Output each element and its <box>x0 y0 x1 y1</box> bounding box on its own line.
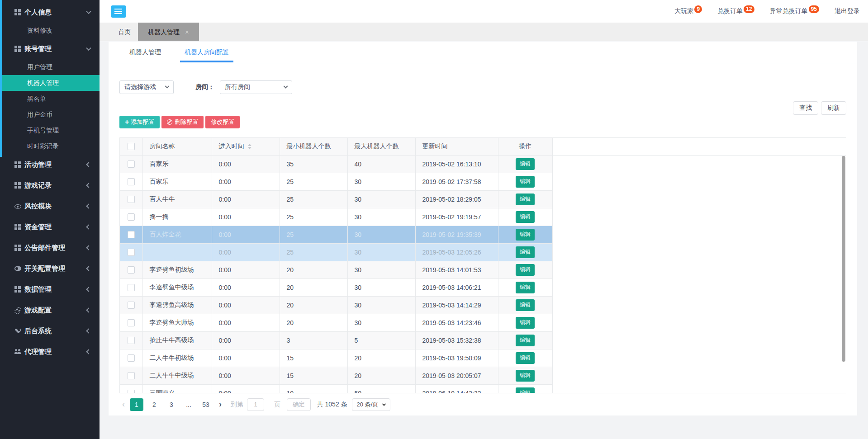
table-scrollbar[interactable] <box>842 156 845 362</box>
add-config-button[interactable]: 添加配置 <box>119 116 160 128</box>
sidebar-item-icon <box>14 182 21 189</box>
cell-max-robots: 30 <box>347 314 415 331</box>
sidebar-item[interactable]: 代理管理 <box>0 341 100 362</box>
page-number: ... <box>182 398 195 411</box>
sidebar-item[interactable]: 游戏配置 <box>0 300 100 321</box>
tab-robot-management[interactable]: 机器人管理 <box>138 23 199 41</box>
header-link[interactable]: 异常兑换订单95 <box>770 7 819 15</box>
row-checkbox[interactable] <box>128 390 135 393</box>
select-all-checkbox[interactable] <box>128 143 135 150</box>
cell-min-robots: 35 <box>280 155 347 173</box>
sidebar-item[interactable]: 机器人管理 <box>0 75 100 91</box>
row-checkbox[interactable] <box>128 231 135 238</box>
next-page-arrow[interactable]: › <box>219 400 222 409</box>
cell-max-robots: 30 <box>347 190 415 208</box>
row-checkbox[interactable] <box>128 266 135 274</box>
edit-button[interactable]: 编辑 <box>516 335 535 346</box>
row-checkbox[interactable] <box>128 354 135 362</box>
row-checkbox[interactable] <box>128 249 135 256</box>
edit-button[interactable]: 编辑 <box>516 194 535 205</box>
tab-home[interactable]: 首页 <box>111 23 138 41</box>
row-filler <box>552 367 846 384</box>
cell-updated: 2019-05-03 12:05:26 <box>415 243 498 261</box>
page-size-select[interactable]: 20 条/页 <box>352 398 391 411</box>
page-number[interactable]: 3 <box>165 398 178 411</box>
confirm-button[interactable]: 确定 <box>287 398 311 411</box>
sidebar-item[interactable]: 用户金币 <box>0 107 100 123</box>
row-filler <box>552 243 846 261</box>
sidebar-item[interactable]: 开关配置管理 <box>0 258 100 279</box>
row-checkbox[interactable] <box>128 160 135 168</box>
sort-icon[interactable] <box>248 144 251 149</box>
table-row: 百家乐 0:00 35 40 2019-05-02 16:13:10 编辑 <box>120 155 846 173</box>
header-link[interactable]: 退出登录 <box>835 7 860 15</box>
delete-config-button[interactable]: 删除配置 <box>161 116 204 128</box>
cell-room-name: 百家乐 <box>142 173 212 190</box>
page-number[interactable]: 53 <box>199 398 212 411</box>
header-link[interactable]: 大玩家9 <box>674 7 702 15</box>
sidebar-item[interactable]: 黑名单 <box>0 91 100 107</box>
edit-button[interactable]: 编辑 <box>516 317 535 329</box>
header-link[interactable]: 兑换订单12 <box>717 7 754 15</box>
chevron-icon <box>86 245 91 250</box>
row-checkbox[interactable] <box>128 302 135 309</box>
refresh-button[interactable]: 刷新 <box>821 101 846 115</box>
sidebar-item[interactable]: 资金管理 <box>0 217 100 237</box>
row-checkbox[interactable] <box>128 319 135 326</box>
robot-room-table: 房间名称 进入时间 最小机器人个数 最大机器人个数 更新时间 操作 百家 <box>119 137 846 393</box>
edit-button[interactable]: 编辑 <box>516 246 535 258</box>
sidebar-item[interactable]: 公告邮件管理 <box>0 237 100 258</box>
row-checkbox[interactable] <box>128 337 135 344</box>
edit-button[interactable]: 编辑 <box>516 158 535 170</box>
row-filler <box>552 155 846 173</box>
col-enter-time[interactable]: 进入时间 <box>212 138 280 155</box>
table-row: 百人炸金花 0:00 25 30 2019-05-02 19:35:39 编辑 <box>120 226 846 243</box>
goto-page-input[interactable] <box>247 398 264 411</box>
room-select[interactable]: 所有房间 <box>220 80 292 94</box>
cell-updated: 2019-05-02 19:35:39 <box>415 226 498 243</box>
page-number[interactable]: 1 <box>130 398 143 411</box>
row-checkbox[interactable] <box>128 196 135 203</box>
sidebar-item-label: 手机号管理 <box>27 127 59 135</box>
edit-button[interactable]: 编辑 <box>516 211 535 223</box>
sidebar-item[interactable]: 手机号管理 <box>0 123 100 138</box>
sidebar-item[interactable]: 个人信息 <box>0 2 100 23</box>
row-checkbox[interactable] <box>128 284 135 291</box>
edit-button[interactable]: 编辑 <box>516 176 535 188</box>
sidebar-item[interactable]: 用户管理 <box>0 59 100 75</box>
edit-button[interactable]: 编辑 <box>516 229 535 241</box>
row-checkbox[interactable] <box>128 178 135 185</box>
prev-page-arrow[interactable]: ‹ <box>122 400 125 409</box>
sidebar-item[interactable]: 后台系统 <box>0 321 100 341</box>
chevron-down-icon <box>382 402 386 406</box>
sidebar-item[interactable]: 时时彩记录 <box>0 138 100 154</box>
row-checkbox[interactable] <box>128 213 135 221</box>
edit-button[interactable]: 编辑 <box>516 282 535 293</box>
sidebar-item[interactable]: 风控模块 <box>0 196 100 217</box>
sidebar-item[interactable]: 账号管理 <box>0 38 100 59</box>
cell-enter-time: 0:00 <box>212 314 280 331</box>
cell-enter-time: 0:00 <box>212 261 280 279</box>
edit-button[interactable]: 编辑 <box>516 352 535 364</box>
edit-button[interactable]: 编辑 <box>516 387 535 393</box>
edit-button[interactable]: 编辑 <box>516 370 535 382</box>
total-count: 共 1052 条 <box>317 401 347 409</box>
sidebar-item[interactable]: 活动管理 <box>0 154 100 175</box>
sidebar-item[interactable]: 数据管理 <box>0 279 100 300</box>
search-button[interactable]: 查找 <box>793 101 818 115</box>
row-checkbox[interactable] <box>128 372 135 379</box>
subtab-robot-room-config[interactable]: 机器人房间配置 <box>180 42 233 62</box>
subtab-robot-management[interactable]: 机器人管理 <box>125 42 166 62</box>
sidebar-item[interactable]: 资料修改 <box>0 23 100 38</box>
chevron-down-icon <box>165 84 170 88</box>
modify-config-button[interactable]: 修改配置 <box>205 116 240 128</box>
sidebar-item-icon <box>14 286 21 293</box>
game-select[interactable]: 请选择游戏 <box>119 80 174 94</box>
sidebar-toggle-button[interactable] <box>111 5 126 18</box>
sidebar-item[interactable]: 游戏记录 <box>0 175 100 196</box>
edit-button[interactable]: 编辑 <box>516 299 535 311</box>
cell-max-robots: 30 <box>347 208 415 226</box>
page-number[interactable]: 2 <box>148 398 161 411</box>
edit-button[interactable]: 编辑 <box>516 264 535 276</box>
close-icon[interactable] <box>185 23 189 41</box>
